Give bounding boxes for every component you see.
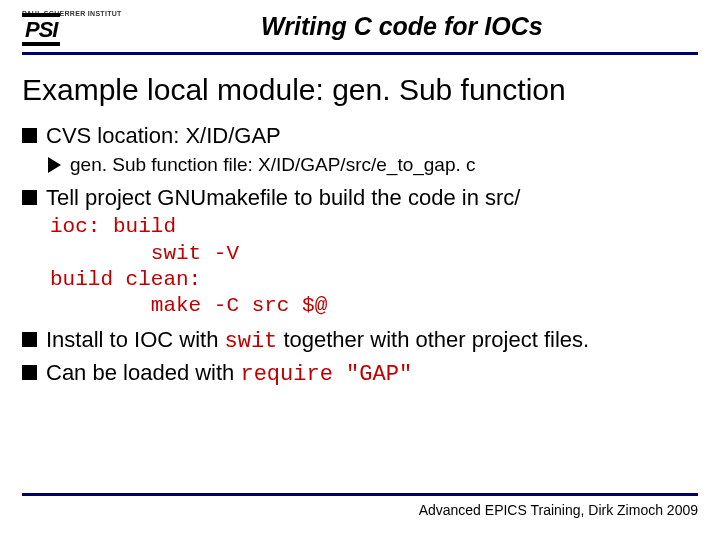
heading: Example local module: gen. Sub function bbox=[22, 73, 698, 107]
bullet-gensub: gen. Sub function file: X/ID/GAP/src/e_t… bbox=[48, 152, 698, 177]
footer-text: Advanced EPICS Training, Dirk Zimoch 200… bbox=[419, 502, 698, 518]
content: CVS location: X/ID/GAP gen. Sub function… bbox=[22, 121, 698, 389]
triangle-bullet-icon bbox=[48, 157, 61, 173]
bullet-gensub-text: gen. Sub function file: X/ID/GAP/src/e_t… bbox=[70, 152, 476, 177]
square-bullet-icon bbox=[22, 190, 37, 205]
logo-abbr: PSI bbox=[22, 13, 60, 46]
code-block: ioc: build swit -V build clean: make -C … bbox=[50, 214, 698, 319]
slide: PAUL SCHERRER INSTITUT PSI Writing C cod… bbox=[0, 0, 720, 540]
install-code: swit bbox=[225, 329, 278, 354]
load-code: require "GAP" bbox=[240, 362, 412, 387]
header-divider bbox=[22, 52, 698, 55]
bullet-install: Install to IOC with swit together with o… bbox=[22, 325, 698, 356]
install-post: together with other project files. bbox=[277, 327, 589, 352]
install-pre: Install to IOC with bbox=[46, 327, 225, 352]
square-bullet-icon bbox=[22, 128, 37, 143]
bullet-load-text: Can be loaded with require "GAP" bbox=[46, 358, 412, 389]
load-pre: Can be loaded with bbox=[46, 360, 240, 385]
square-bullet-icon bbox=[22, 365, 37, 380]
square-bullet-icon bbox=[22, 332, 37, 347]
bullet-load: Can be loaded with require "GAP" bbox=[22, 358, 698, 389]
bullet-install-text: Install to IOC with swit together with o… bbox=[46, 325, 589, 356]
logo: PAUL SCHERRER INSTITUT PSI bbox=[22, 10, 122, 42]
bullet-tell-text: Tell project GNUmakefile to build the co… bbox=[46, 183, 520, 212]
footer-divider bbox=[22, 493, 698, 496]
bullet-tell: Tell project GNUmakefile to build the co… bbox=[22, 183, 698, 212]
logo-box: PSI bbox=[22, 18, 60, 42]
bullet-cvs: CVS location: X/ID/GAP bbox=[22, 121, 698, 150]
bullet-cvs-text: CVS location: X/ID/GAP bbox=[46, 121, 281, 150]
slide-title: Writing C code for IOCs bbox=[136, 12, 698, 41]
header: PAUL SCHERRER INSTITUT PSI Writing C cod… bbox=[22, 10, 698, 46]
